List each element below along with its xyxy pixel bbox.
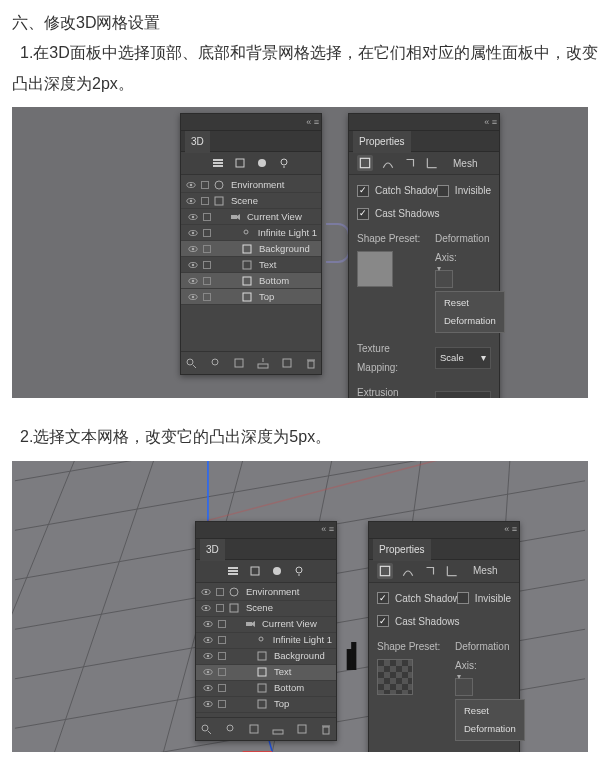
visibility-eye-icon[interactable]: [202, 683, 214, 693]
visibility-eye-icon[interactable]: [187, 292, 199, 302]
filter-light-icon[interactable]: [292, 565, 306, 577]
panel-window-controls[interactable]: « ≡: [306, 114, 319, 130]
selection-box-icon: [218, 652, 226, 660]
new-layer-icon[interactable]: [256, 357, 270, 369]
panel-3d-tab[interactable]: 3D: [200, 537, 225, 561]
checkbox-icon[interactable]: [457, 592, 469, 604]
checkbox-icon[interactable]: [437, 185, 449, 197]
visibility-eye-icon[interactable]: [187, 276, 199, 286]
layer-row-text[interactable]: Text: [196, 665, 336, 681]
filter-all-icon[interactable]: [226, 565, 240, 577]
layer-row-background[interactable]: Background: [181, 241, 321, 257]
extrusion-depth-label: Extrusion Depth:: [357, 383, 429, 398]
layer-label: Top: [274, 695, 289, 713]
panel-properties-tab[interactable]: Properties: [373, 537, 431, 561]
panel-window-controls[interactable]: « ≡: [504, 522, 517, 538]
texture-mapping-select[interactable]: Scale▾: [435, 347, 491, 369]
checkbox-checked-icon[interactable]: [377, 615, 389, 627]
coord-mode-icon[interactable]: [445, 564, 459, 578]
chevron-down-icon[interactable]: ▾: [457, 669, 461, 684]
visibility-eye-icon[interactable]: [202, 619, 214, 629]
mesh-mode-icon[interactable]: [357, 155, 373, 171]
panel-properties-tab[interactable]: Properties: [353, 129, 411, 153]
cast-shadows-row[interactable]: Cast Shadows: [377, 612, 511, 631]
shape-preset-swatch[interactable]: [357, 251, 393, 287]
svg-point-79: [207, 623, 210, 626]
cap-mode-icon[interactable]: [423, 564, 437, 578]
filter-material-icon[interactable]: [255, 157, 269, 169]
light-icon[interactable]: [223, 723, 237, 735]
panel-properties-tabbar: Properties: [369, 539, 519, 560]
invisible-row[interactable]: Invisible: [437, 181, 491, 200]
mesh-mode-icon[interactable]: [377, 563, 393, 579]
invisible-row[interactable]: Invisible: [457, 589, 511, 608]
deform-mode-icon[interactable]: [381, 156, 395, 170]
layer-row-bottom[interactable]: Bottom: [181, 273, 321, 289]
selection-box-icon: [216, 588, 224, 596]
layer-row-text[interactable]: Text: [181, 257, 321, 273]
shape-preset-label: Shape Preset:: [377, 637, 449, 656]
visibility-eye-icon[interactable]: [187, 212, 199, 222]
checkbox-checked-icon[interactable]: [357, 185, 369, 197]
render-icon[interactable]: [232, 357, 246, 369]
chevron-down-icon[interactable]: ▾: [437, 262, 441, 277]
filter-mesh-icon[interactable]: [233, 157, 247, 169]
extrusion-depth-input[interactable]: 2 px: [435, 391, 491, 398]
deform-mode-icon[interactable]: [401, 564, 415, 578]
filter-all-icon[interactable]: [211, 157, 225, 169]
shape-preset-swatch[interactable]: [377, 659, 413, 695]
cap-mode-icon[interactable]: [403, 156, 417, 170]
svg-point-69: [273, 567, 281, 575]
invisible-label: Invisible: [455, 181, 491, 200]
new-icon[interactable]: [280, 357, 294, 369]
visibility-eye-icon[interactable]: [187, 228, 199, 238]
new-icon[interactable]: [295, 723, 309, 735]
layer-row-top[interactable]: Top: [181, 289, 321, 305]
panel-3d-header[interactable]: « ≡: [196, 522, 336, 539]
visibility-eye-icon[interactable]: [202, 635, 214, 645]
visibility-eye-icon[interactable]: [202, 699, 214, 709]
svg-point-97: [202, 725, 208, 731]
layer-row-bottom[interactable]: Bottom: [196, 681, 336, 697]
search-icon[interactable]: [199, 723, 213, 735]
svg-point-76: [205, 607, 208, 610]
panel-3d-header[interactable]: « ≡: [181, 114, 321, 131]
light-icon[interactable]: [208, 357, 222, 369]
visibility-eye-icon[interactable]: [202, 667, 214, 677]
trash-icon[interactable]: [319, 723, 333, 735]
search-icon[interactable]: [184, 357, 198, 369]
selection-box-icon: [216, 604, 224, 612]
reset-deformation-button[interactable]: Reset Deformation: [455, 699, 525, 741]
cast-shadows-row[interactable]: Cast Shadows: [357, 204, 491, 223]
trash-icon[interactable]: [304, 357, 318, 369]
visibility-eye-icon[interactable]: [185, 196, 197, 206]
svg-rect-87: [258, 652, 266, 660]
filter-mesh-icon[interactable]: [248, 565, 262, 577]
reset-deformation-button[interactable]: Reset Deformation: [435, 291, 505, 333]
visibility-eye-icon[interactable]: [202, 651, 214, 661]
checkbox-checked-icon[interactable]: [377, 592, 389, 604]
coord-mode-icon[interactable]: [425, 156, 439, 170]
panel-properties-header[interactable]: « ≡: [349, 114, 499, 131]
svg-rect-67: [228, 573, 238, 575]
panel-3d-tabbar: 3D: [181, 131, 321, 152]
new-layer-icon[interactable]: [271, 723, 285, 735]
visibility-eye-icon[interactable]: [187, 260, 199, 270]
filter-material-icon[interactable]: [270, 565, 284, 577]
checkbox-checked-icon[interactable]: [357, 208, 369, 220]
visibility-eye-icon[interactable]: [187, 244, 199, 254]
visibility-eye-icon[interactable]: [200, 587, 212, 597]
render-icon[interactable]: [247, 723, 261, 735]
panel-properties-header[interactable]: « ≡: [369, 522, 519, 539]
layer-row-top[interactable]: Top: [196, 697, 336, 713]
layer-list: Environment Scene Current View: [196, 583, 336, 715]
panel-window-controls[interactable]: « ≡: [484, 114, 497, 130]
panel-3d-tab[interactable]: 3D: [185, 129, 210, 153]
cast-shadows-label: Cast Shadows: [375, 204, 439, 223]
panel-window-controls[interactable]: « ≡: [321, 522, 334, 538]
filter-light-icon[interactable]: [277, 157, 291, 169]
layer-row-background[interactable]: Background: [196, 649, 336, 665]
svg-rect-12: [215, 197, 223, 205]
visibility-eye-icon[interactable]: [185, 180, 197, 190]
visibility-eye-icon[interactable]: [200, 603, 212, 613]
